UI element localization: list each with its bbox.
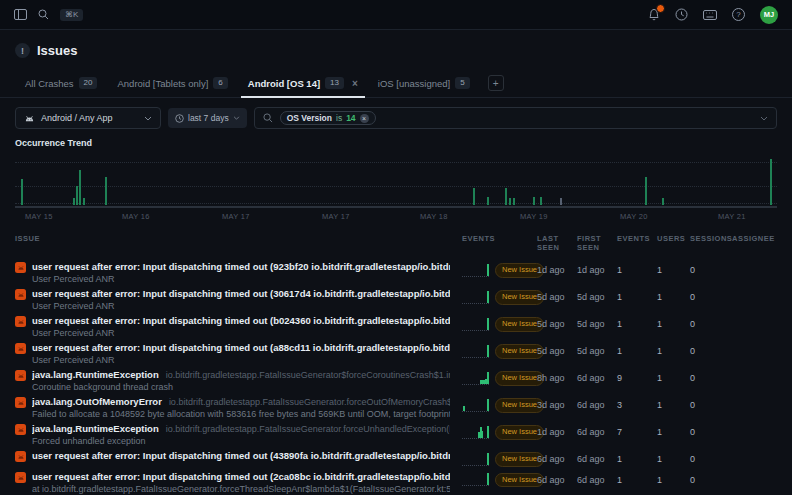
issue-subtitle: at io.bitdrift.gradletestapp.FatalIssueG… (32, 484, 450, 494)
events-count-cell: 1 (617, 318, 657, 330)
column-header-assignee: ASSIGNEE (732, 234, 777, 252)
first-seen-cell: 6d ago (577, 474, 617, 486)
android-crash-icon (15, 397, 26, 408)
chart-x-axis: MAY 15MAY 16MAY 17MAY 17MAY 18MAY 19MAY … (15, 212, 777, 223)
issue-row[interactable]: java.lang.OutOfMemoryErrorio.bitdrift.gr… (15, 394, 777, 421)
time-range-selector[interactable]: last 7 days (168, 108, 247, 128)
chart-bar (83, 198, 85, 205)
spark-bar (487, 291, 489, 303)
issue-cell: java.lang.OutOfMemoryErrorio.bitdrift.gr… (15, 396, 462, 419)
events-spark-cell: New Issue (462, 473, 537, 488)
chevron-down-icon (144, 116, 152, 121)
x-tick-label: MAY 17 (222, 212, 250, 221)
events-sparkline (462, 454, 489, 466)
tab-android-os-14[interactable]: Android [OS 14]13× (238, 71, 368, 97)
last-seen-cell: 3d ago (537, 399, 577, 411)
issue-title: java.lang.RuntimeException (32, 369, 159, 380)
android-crash-icon (15, 262, 26, 273)
filter-search-input[interactable]: OS Version is 14 × (254, 107, 777, 129)
avatar[interactable]: MJ (760, 6, 778, 24)
issue-title: user request after error: Input dispatch… (32, 315, 450, 326)
issue-title: user request after error: Input dispatch… (32, 342, 450, 353)
tab-all-crashes[interactable]: All Crashes20 (15, 71, 107, 97)
issue-row[interactable]: user request after error: Input dispatch… (15, 313, 777, 340)
tab-android-tablets-only[interactable]: Android [Tablets only]6 (107, 71, 237, 97)
first-seen-cell: 1d ago (577, 264, 617, 276)
chart-bar (513, 198, 515, 205)
tab-label: Android [Tablets only] (117, 78, 208, 89)
filter-chip-os-version[interactable]: OS Version is 14 × (280, 111, 376, 125)
events-spark-cell: New Issue (462, 317, 537, 332)
android-robot-glyph (17, 372, 25, 379)
spark-bar (487, 453, 489, 465)
last-seen-cell: 1d ago (537, 426, 577, 438)
android-crash-icon (15, 316, 26, 327)
issue-title: user request after error: Input dispatch… (32, 261, 450, 272)
issue-title: java.lang.RuntimeException (32, 423, 159, 434)
search-icon[interactable] (38, 9, 49, 20)
chip-field: OS Version (287, 113, 332, 123)
chart-bar (487, 197, 489, 205)
chart-bar (105, 177, 107, 205)
tab-label: iOS [unassigned] (378, 78, 450, 89)
tab-ios-unassigned[interactable]: iOS [unassigned]5 (368, 71, 480, 97)
x-tick-label: MAY 17 (322, 212, 350, 221)
users-count-cell: 1 (657, 291, 690, 303)
chart-plot-area (15, 155, 777, 208)
issue-row[interactable]: user request after error: Input dispatch… (15, 286, 777, 313)
sessions-count-cell: 0 (690, 291, 732, 303)
android-robot-glyph (17, 399, 25, 406)
help-icon[interactable]: ? (732, 8, 745, 21)
tab-close-icon[interactable]: × (352, 78, 358, 89)
table-header-row: ISSUE EVENTS LAST SEEN FIRST SEEN EVENTS… (15, 234, 777, 259)
users-count-cell: 1 (657, 345, 690, 357)
events-count-cell: 3 (617, 399, 657, 411)
users-count-cell: 1 (657, 426, 690, 438)
issue-row[interactable]: user request after error: Input dispatch… (15, 259, 777, 286)
events-sparkline (462, 346, 489, 358)
events-count-cell: 9 (617, 372, 657, 384)
chart-bar (560, 198, 562, 205)
issue-title-line: java.lang.RuntimeExceptionio.bitdrift.gr… (32, 369, 450, 381)
first-seen-cell: 5d ago (577, 318, 617, 330)
android-robot-glyph (17, 291, 25, 298)
issue-row[interactable]: java.lang.RuntimeExceptionio.bitdrift.gr… (15, 421, 777, 448)
spark-bar (487, 473, 489, 485)
chip-remove-icon[interactable]: × (360, 114, 369, 123)
android-robot-glyph (17, 264, 25, 271)
sidebar-toggle-icon[interactable] (14, 9, 27, 20)
app-selector-value: Android / Any App (41, 113, 113, 123)
last-seen-cell: 8h ago (537, 372, 577, 384)
android-icon (24, 113, 35, 123)
history-clock-icon[interactable] (675, 8, 688, 21)
issue-row[interactable]: java.lang.RuntimeExceptionio.bitdrift.gr… (15, 367, 777, 394)
column-header-sessions: SESSIONS (690, 234, 732, 252)
issue-row[interactable]: user request after error: Input dispatch… (15, 469, 777, 495)
chart-bar (21, 179, 23, 205)
occurrence-trend-section: Occurrence Trend MAY 15MAY 16MAY 17MAY 1… (15, 138, 777, 223)
events-spark-cell: New Issue (462, 263, 537, 278)
new-tab-button[interactable]: + (488, 75, 504, 91)
issue-row[interactable]: user request after error: Input dispatch… (15, 340, 777, 367)
chart-bar (540, 197, 542, 205)
issue-cell: user request after error: Input dispatch… (15, 471, 462, 494)
issue-location: io.bitdrift.gradletestapp.FatalIssueGene… (166, 424, 450, 434)
issue-cell: java.lang.RuntimeExceptionio.bitdrift.gr… (15, 369, 462, 392)
events-sparkline (462, 292, 489, 304)
issue-location: io.bitdrift.gradletestapp.FatalIssueGene… (169, 397, 450, 407)
issue-subtitle: Forced unhandled exception (32, 436, 450, 446)
app-selector-dropdown[interactable]: Android / Any App (15, 107, 161, 129)
keyboard-icon[interactable] (703, 10, 717, 20)
issue-row[interactable]: user request after error: Input dispatch… (15, 448, 777, 469)
first-seen-cell: 6d ago (577, 453, 617, 465)
question-mark-glyph: ? (732, 8, 745, 21)
android-robot-glyph (17, 474, 25, 481)
chip-value: 14 (346, 113, 355, 123)
chart-bar (76, 186, 78, 205)
users-count-cell: 1 (657, 318, 690, 330)
notifications-bell-icon[interactable] (648, 8, 660, 21)
events-count-cell: 1 (617, 264, 657, 276)
chart-bar (533, 197, 535, 205)
chart-title: Occurrence Trend (15, 138, 777, 148)
last-seen-cell: 6d ago (537, 474, 577, 486)
